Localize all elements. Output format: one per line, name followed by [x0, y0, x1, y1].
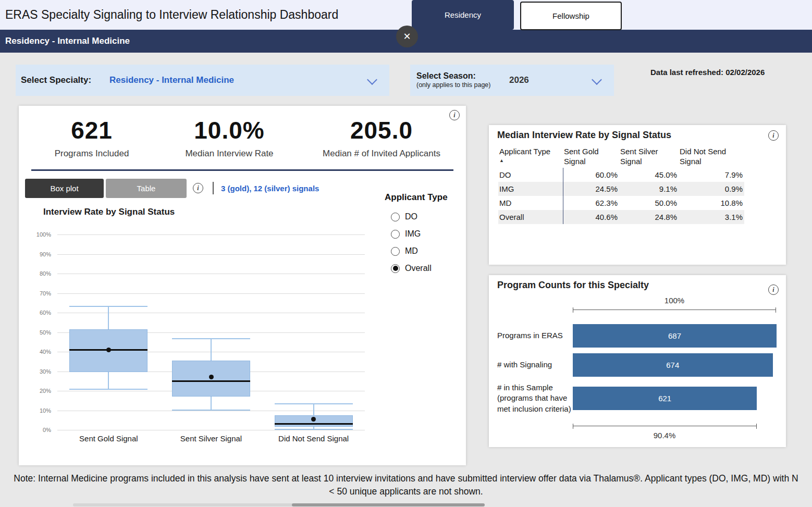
- table-cell-value: 0.9%: [679, 184, 744, 193]
- specialty-label: Select Specialty:: [21, 75, 91, 85]
- table-row: IMG24.5%9.1%0.9%: [498, 182, 744, 196]
- y-axis-tick-label: 60%: [40, 310, 51, 316]
- boxplot-mean-dot: [209, 375, 214, 379]
- kpi-value: 205.0: [300, 116, 463, 144]
- radio-button: [391, 213, 400, 221]
- program-count-bar: 674: [573, 353, 773, 377]
- radio-button: [391, 247, 400, 256]
- y-axis-tick-label: 50%: [40, 329, 51, 336]
- program-count-bar: 621: [573, 387, 757, 410]
- info-icon[interactable]: [193, 183, 203, 193]
- gridline: [57, 430, 365, 430]
- y-axis-tick-label: 100%: [36, 231, 51, 238]
- kpi-value: 10.0%: [164, 116, 295, 144]
- program-counts-panel: Program Counts for this Specialty 100% P…: [489, 275, 786, 447]
- radio-label: Overall: [405, 264, 432, 273]
- radio-option-md[interactable]: MD: [391, 245, 432, 257]
- boxplot-view-button[interactable]: Box plot: [25, 179, 104, 198]
- radio-label: DO: [405, 212, 417, 221]
- column-header[interactable]: Sent Gold Signal: [563, 146, 619, 168]
- season-label: Select Season:: [416, 71, 490, 81]
- tab-residency[interactable]: Residency: [412, 0, 514, 30]
- boxplot-plot-area: [57, 234, 365, 430]
- boxplot-mean-dot: [106, 348, 111, 352]
- program-count-label: # with Signaling: [497, 360, 573, 370]
- column-header[interactable]: Applicant Type▲: [498, 146, 563, 168]
- boxplot-y-axis: 0%10%20%30%40%50%60%70%80%90%100%: [19, 234, 54, 430]
- horizontal-scrollbar[interactable]: [73, 503, 485, 506]
- applicant-type-options: DOIMGMDOverall: [391, 211, 432, 280]
- column-header[interactable]: Sent Silver Signal: [619, 146, 679, 168]
- boxplot-median-line: [275, 423, 353, 425]
- median-table: Applicant Type▲Sent Gold SignalSent Silv…: [498, 146, 744, 224]
- boxplot-median-line: [172, 380, 250, 382]
- median-table-body: DO60.0%45.0%7.9%IMG24.5%9.1%0.9%MD62.3%5…: [498, 168, 744, 224]
- season-sublabel: (only applies to this page): [416, 81, 490, 90]
- table-cell-applicant-type: DO: [498, 170, 563, 179]
- chevron-down-icon[interactable]: [592, 75, 602, 85]
- gridline: [57, 293, 365, 294]
- boxplot-whisker-cap: [69, 306, 147, 307]
- program-count-bar: 687: [573, 324, 777, 348]
- radio-option-img[interactable]: IMG: [391, 228, 432, 240]
- table-cell-value: 45.0%: [619, 170, 679, 179]
- gridline: [57, 234, 365, 235]
- program-count-row: # in this Sample (programs that have met…: [497, 382, 777, 414]
- info-icon[interactable]: [768, 285, 779, 295]
- boxplot-whisker-cap: [275, 429, 353, 430]
- kpi-block: 621Programs Included: [24, 116, 159, 159]
- y-axis-tick-label: 20%: [40, 388, 51, 394]
- table-row: Overall40.6%24.8%3.1%: [498, 210, 744, 224]
- signals-note: 3 (gold), 12 (silver) signals: [221, 179, 319, 198]
- scrollbar-thumb[interactable]: [292, 503, 485, 506]
- boxplot-mean-dot: [311, 417, 316, 422]
- kpi-block: 10.0%Median Interview Rate: [164, 116, 295, 159]
- table-cell-value: 62.3%: [563, 196, 619, 210]
- kpi-value: 621: [24, 116, 159, 144]
- program-count-row: Programs in ERAS687: [497, 324, 777, 348]
- specialty-dropdown[interactable]: Select Specialty: Residency - Internal M…: [16, 65, 389, 96]
- boxplot-card: 621Programs Included10.0%Median Intervie…: [19, 106, 466, 465]
- program-count-row: # with Signaling674: [497, 353, 777, 377]
- boxplot-whisker-cap: [172, 410, 250, 411]
- program-count-value: 687: [668, 331, 681, 340]
- table-view-button[interactable]: Table: [106, 179, 187, 198]
- kpi-label: Median Interview Rate: [164, 149, 295, 159]
- season-value: 2026: [509, 75, 529, 85]
- program-count-bar-track: 621: [573, 387, 777, 410]
- program-count-bar-track: 674: [573, 353, 777, 377]
- top-bracket: [573, 307, 776, 313]
- close-button[interactable]: ✕: [396, 26, 418, 47]
- tab-fellowship[interactable]: Fellowship: [520, 2, 622, 30]
- last-refreshed-text: Data last refreshed: 02/02/2026: [650, 68, 765, 77]
- info-icon[interactable]: [768, 130, 779, 141]
- column-header[interactable]: Did Not Send Signal: [679, 146, 744, 168]
- gridline: [57, 274, 365, 274]
- footnote: Note: Internal Medicine programs include…: [0, 472, 812, 499]
- program-counts-title: Program Counts for this Specialty: [497, 280, 649, 291]
- table-row: DO60.0%45.0%7.9%: [498, 168, 744, 182]
- vertical-divider: [213, 182, 214, 194]
- close-icon: ✕: [403, 31, 411, 42]
- table-cell-applicant-type: Overall: [498, 213, 563, 221]
- y-axis-tick-label: 40%: [40, 349, 51, 355]
- dashboard-root: ERAS Specialty Signaling to Interview Re…: [0, 0, 812, 507]
- x-axis-category-label: Sent Silver Signal: [164, 434, 258, 443]
- program-count-bar-track: 687: [573, 324, 777, 348]
- y-axis-tick-label: 10%: [40, 407, 51, 414]
- y-axis-tick-label: 70%: [40, 290, 51, 296]
- median-rate-panel: Median Interview Rate by Signal Status A…: [489, 125, 786, 265]
- radio-option-overall[interactable]: Overall: [391, 263, 432, 274]
- season-dropdown[interactable]: Select Season: (only applies to this pag…: [410, 65, 614, 96]
- boxplot-whisker-cap: [275, 403, 353, 404]
- boxplot-whisker-cap: [172, 338, 250, 339]
- y-axis-tick-label: 80%: [40, 270, 51, 277]
- kpi-label: Programs Included: [24, 149, 159, 159]
- bottom-bracket-label: 90.4%: [644, 431, 685, 440]
- radio-option-do[interactable]: DO: [391, 211, 432, 222]
- table-cell-value: 50.0%: [619, 199, 679, 207]
- y-axis-tick-label: 30%: [40, 368, 51, 375]
- chevron-down-icon[interactable]: [367, 75, 377, 85]
- x-axis-category-label: Did Not Send Signal: [267, 434, 361, 443]
- y-axis-tick-label: 0%: [43, 427, 51, 433]
